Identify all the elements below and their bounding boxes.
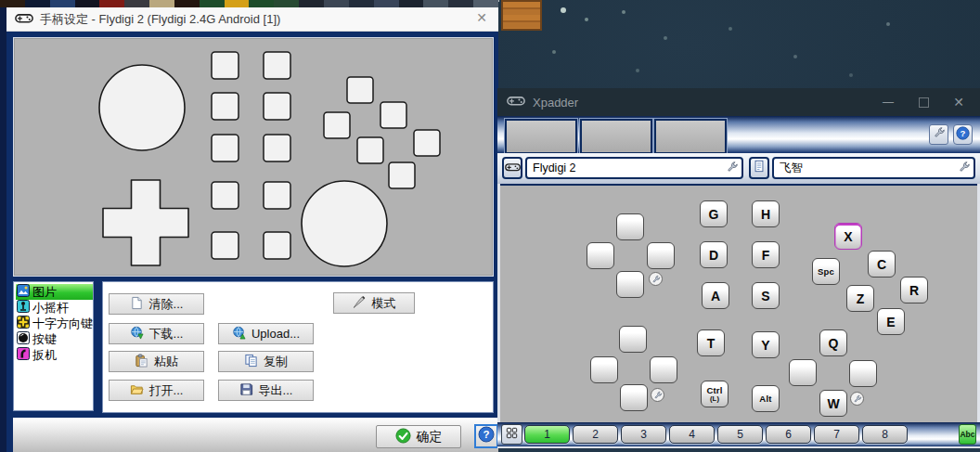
key-unassigned[interactable] (647, 242, 675, 269)
game-pixel-segment (200, 0, 225, 7)
key-unassigned[interactable] (616, 213, 644, 240)
key-label: S (761, 290, 769, 303)
key-s[interactable]: S (752, 282, 780, 309)
key-unassigned[interactable] (620, 384, 648, 411)
globe-up-icon (232, 326, 246, 342)
game-pixel-segment (374, 0, 399, 7)
close-icon[interactable]: ✕ (476, 10, 487, 25)
key-alt[interactable]: Alt (752, 385, 780, 412)
button-label: 复制 (264, 354, 288, 370)
profile-icon-button[interactable] (749, 157, 769, 179)
close-icon[interactable]: ✕ (945, 88, 973, 116)
settings-wrench-button[interactable] (929, 124, 948, 145)
svg-text:?: ? (483, 429, 489, 440)
controller-settings-wrench-icon[interactable] (726, 161, 739, 176)
set-tab-1[interactable]: 1 (524, 425, 570, 444)
clear-button[interactable]: 清除... (109, 293, 204, 315)
profile-name-field[interactable]: 飞智 (772, 157, 975, 179)
set-selector-bar: Abc 12345678 (497, 422, 980, 446)
key-label: Y (761, 339, 769, 352)
sidebar-item-label: 扳机 (32, 347, 57, 364)
upload-button[interactable]: Upload... (218, 323, 314, 344)
stick-settings-wrench-icon[interactable] (649, 272, 663, 286)
controller-icon-button[interactable] (502, 157, 522, 179)
set-tab-4[interactable]: 4 (669, 425, 715, 444)
page-icon (130, 296, 144, 313)
key-spc[interactable]: Spc (812, 258, 840, 285)
key-h[interactable]: H (752, 200, 780, 227)
help-button[interactable]: ? (953, 124, 973, 145)
key-unassigned[interactable] (587, 242, 614, 269)
ok-button-label: 确定 (417, 429, 443, 446)
key-w[interactable]: W (819, 390, 847, 417)
key-label: Q (829, 337, 839, 350)
export-button[interactable]: 导出... (218, 380, 314, 401)
set-tab-3[interactable]: 3 (621, 425, 666, 444)
key-y[interactable]: Y (752, 331, 780, 358)
sidebar-item-buttons[interactable]: 按键 (16, 331, 93, 347)
key-label: G (709, 208, 719, 221)
key-r[interactable]: R (900, 277, 928, 303)
xpadder-window: Xpadder — ✕ ? Flydigi 2 飞智 GHDFASXCSpcZR… (497, 88, 980, 448)
key-f[interactable]: F (752, 241, 780, 268)
sidebar-item-trigger[interactable]: 扳机 (16, 347, 93, 363)
gamepad-icon (507, 94, 525, 110)
key-q[interactable]: Q (819, 329, 847, 356)
layout-grid-button[interactable] (501, 424, 522, 445)
key-x[interactable]: X (834, 223, 862, 250)
key-a[interactable]: A (702, 282, 729, 309)
set-tab-8[interactable]: 8 (862, 425, 908, 444)
key-label: R (909, 284, 919, 297)
set-tab-label: 5 (737, 428, 743, 441)
key-c[interactable]: C (868, 251, 896, 278)
key-g[interactable]: G (700, 200, 728, 227)
stick-settings-wrench-icon[interactable] (850, 392, 864, 406)
key-unassigned[interactable] (650, 356, 677, 383)
key-unassigned[interactable] (616, 271, 644, 298)
controller-name-field[interactable]: Flydigi 2 (525, 157, 743, 179)
set-tab-label: 8 (882, 428, 888, 441)
key-t[interactable]: T (697, 329, 725, 356)
mode-button[interactable]: 模式 (333, 292, 415, 314)
sidebar-item-dpad[interactable]: 十字方向键 (16, 316, 93, 331)
abc-button[interactable]: Abc (959, 424, 976, 445)
set-tab-2[interactable]: 2 (573, 425, 618, 444)
minimize-icon[interactable]: — (874, 88, 902, 116)
gamepad-settings-titlebar[interactable]: 手柄设定 - Flydigi 2 (Flydigi 2.4G Android [… (6, 7, 498, 32)
game-pixel-segment (75, 0, 100, 7)
open-button[interactable]: 打开... (109, 380, 204, 401)
key-unassigned[interactable] (849, 360, 877, 387)
maximize-icon[interactable] (909, 88, 937, 116)
sidebar-item-joystick[interactable]: 小摇杆 (16, 300, 93, 316)
game-pixel-segment (473, 0, 498, 7)
ok-button[interactable]: 确定 (376, 425, 461, 448)
profile-settings-wrench-icon[interactable] (958, 161, 971, 176)
profile-tab-1[interactable] (505, 119, 577, 154)
key-unassigned[interactable] (789, 359, 817, 386)
key-unassigned[interactable] (590, 356, 618, 383)
set-tab-label: 7 (833, 428, 840, 441)
set-tab-7[interactable]: 7 (814, 425, 859, 444)
key-d[interactable]: D (700, 241, 728, 268)
key-e[interactable]: E (877, 308, 905, 335)
button-label: 导出... (259, 382, 293, 399)
help-button[interactable]: ? (474, 424, 498, 448)
set-tab-6[interactable]: 6 (766, 425, 811, 444)
paste-button[interactable]: 粘贴 (109, 351, 204, 372)
profile-tab-3[interactable] (654, 119, 727, 154)
key-ctrl[interactable]: Ctrl(L) (701, 381, 729, 407)
profile-tab-2[interactable] (580, 119, 652, 154)
copy-button[interactable]: 复制 (218, 351, 314, 372)
key-z[interactable]: Z (846, 285, 874, 312)
sidebar-item-picture[interactable]: 图片 (16, 284, 93, 300)
clipboard-icon (135, 354, 148, 370)
download-button[interactable]: 下载... (109, 323, 204, 344)
key-label: T (707, 337, 716, 350)
set-tab-5[interactable]: 5 (717, 425, 763, 444)
xpadder-layout-canvas: GHDFASXCSpcZRETYQWCtrl(L)Alt (500, 184, 977, 422)
game-pixel-segment (149, 0, 174, 7)
game-pixel-segment (25, 0, 50, 7)
stick-settings-wrench-icon[interactable] (651, 388, 664, 402)
key-unassigned[interactable] (619, 326, 647, 353)
xpadder-titlebar[interactable]: Xpadder — ✕ (497, 88, 980, 116)
